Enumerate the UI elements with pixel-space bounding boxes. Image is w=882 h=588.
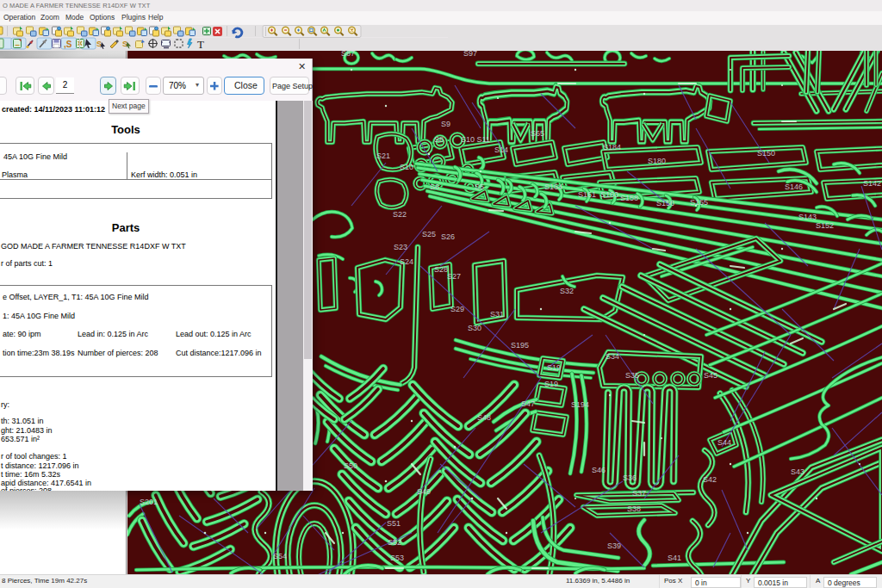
svg-text:S46: S46 [592, 466, 606, 474]
svg-text:S21: S21 [376, 152, 390, 160]
svg-text:S180: S180 [648, 157, 666, 165]
svg-text:S43: S43 [791, 467, 804, 476]
svg-text:S143: S143 [798, 213, 817, 221]
svg-text:S50: S50 [344, 461, 357, 470]
svg-text:S158: S158 [620, 194, 638, 202]
svg-text:S164: S164 [544, 183, 562, 191]
svg-text:S19: S19 [544, 380, 558, 388]
svg-text:S152: S152 [816, 221, 834, 230]
svg-text:S38: S38 [627, 504, 641, 513]
svg-text:S19: S19 [547, 363, 561, 372]
svg-text:S37: S37 [632, 489, 646, 498]
svg-text:S146: S146 [785, 183, 803, 191]
svg-text:S65: S65 [531, 129, 544, 138]
svg-text:S45: S45 [704, 371, 717, 380]
svg-text:S53: S53 [390, 554, 404, 562]
svg-text:S10: S10 [400, 163, 413, 171]
svg-text:S: S [122, 40, 127, 48]
svg-text:S25: S25 [422, 230, 436, 238]
svg-text:S155: S155 [690, 198, 708, 207]
svg-text:S48: S48 [477, 413, 491, 422]
svg-text:,S: ,S [64, 40, 72, 49]
svg-text:T: T [197, 38, 204, 51]
svg-text:S201: S201 [140, 498, 158, 506]
svg-text:S30: S30 [468, 324, 481, 332]
svg-text:S87: S87 [341, 51, 355, 58]
svg-text:S51: S51 [387, 519, 401, 528]
svg-text:S49: S49 [417, 487, 431, 496]
svg-text:S6: S6 [430, 183, 439, 191]
svg-text:S9: S9 [441, 120, 450, 128]
svg-text:S160: S160 [600, 190, 618, 199]
svg-text:S47: S47 [521, 399, 535, 408]
svg-text:S28: S28 [434, 265, 448, 274]
svg-text:S97: S97 [463, 51, 477, 58]
svg-text:S5: S5 [475, 183, 484, 191]
svg-text:S22: S22 [393, 210, 407, 219]
svg-text:S44: S44 [717, 438, 731, 447]
svg-text:S10 S11: S10 S11 [461, 135, 490, 144]
svg-text:S42: S42 [703, 475, 717, 484]
svg-text:S24: S24 [400, 257, 413, 266]
svg-text:S39: S39 [607, 542, 621, 550]
svg-text:S54: S54 [273, 552, 287, 560]
svg-text:S150: S150 [757, 149, 775, 158]
svg-text:S27: S27 [447, 272, 461, 281]
svg-text:S195: S195 [511, 341, 529, 350]
svg-text:S36: S36 [623, 473, 637, 482]
svg-text:S161: S161 [578, 190, 596, 199]
svg-text:S52: S52 [388, 538, 401, 547]
svg-text:S26: S26 [441, 232, 455, 241]
svg-text:S41: S41 [668, 554, 681, 562]
svg-text:S31: S31 [490, 310, 504, 319]
svg-text:S8: S8 [434, 135, 444, 144]
svg-text:S29: S29 [450, 305, 464, 313]
svg-text:S32: S32 [560, 287, 574, 295]
svg-text:S156: S156 [656, 199, 674, 207]
svg-text:S184: S184 [603, 143, 621, 152]
svg-text:S14: S14 [494, 145, 508, 154]
svg-text:S23: S23 [394, 243, 407, 251]
svg-text:S34: S34 [606, 352, 619, 361]
svg-text:S194: S194 [571, 400, 589, 409]
svg-text:S35: S35 [625, 371, 639, 380]
svg-text:S142: S142 [863, 179, 881, 188]
